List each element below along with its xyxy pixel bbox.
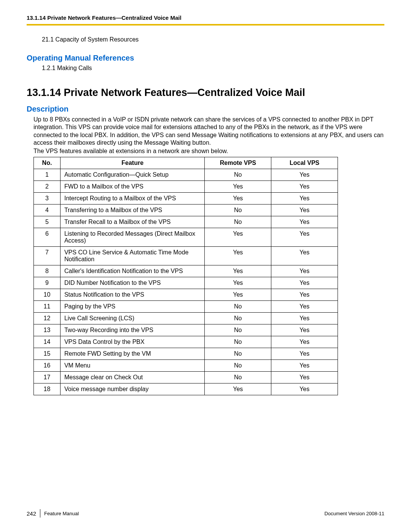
cell-local: Yes [271, 312, 338, 324]
cell-feature: Intercept Routing to a Mailbox of the VP… [60, 192, 204, 204]
vps-features-table: No. Feature Remote VPS Local VPS 1Automa… [33, 157, 338, 395]
cell-feature: Caller's Identification Notification to … [60, 265, 204, 277]
cell-local: Yes [271, 277, 338, 289]
table-row: 8Caller's Identification Notification to… [34, 265, 338, 277]
table-row: 3Intercept Routing to a Mailbox of the V… [34, 192, 338, 204]
cell-feature: VPS Data Control by the PBX [60, 336, 204, 348]
table-row: 6Listening to Recorded Messages (Direct … [34, 228, 338, 246]
cell-remote: No [205, 359, 271, 371]
cell-no: 13 [34, 324, 61, 336]
cell-feature: Voice message number display [60, 383, 204, 395]
description-paragraph: Up to 8 PBXs connected in a VoIP or ISDN… [33, 116, 384, 147]
cell-no: 12 [34, 312, 61, 324]
table-row: 5Transfer Recall to a Mailbox of the VPS… [34, 216, 338, 228]
section-subheading-description: Description [27, 105, 384, 113]
cell-remote: No [205, 371, 271, 383]
cell-feature: VM Menu [60, 359, 204, 371]
cell-no: 3 [34, 192, 61, 204]
reference-item: 21.1 Capacity of System Resources [42, 36, 384, 43]
cell-local: Yes [271, 348, 338, 359]
cell-feature: Automatic Configuration—Quick Setup [60, 169, 204, 181]
cell-local: Yes [271, 336, 338, 348]
cell-feature: Two-way Recording into the VPS [60, 324, 204, 336]
cell-local: Yes [271, 371, 338, 383]
document-version: Document Version 2008-11 [324, 511, 384, 516]
table-row: 4Transferring to a Mailbox of the VPSNoY… [34, 204, 338, 216]
cell-no: 8 [34, 265, 61, 277]
cell-remote: No [205, 336, 271, 348]
table-lead-text: The VPS features available at extensions… [33, 148, 384, 155]
cell-local: Yes [271, 246, 338, 265]
cell-remote: Yes [205, 277, 271, 289]
footer-divider [40, 509, 40, 518]
table-row: 1Automatic Configuration—Quick SetupNoYe… [34, 169, 338, 181]
cell-local: Yes [271, 216, 338, 228]
cell-remote: Yes [205, 383, 271, 395]
cell-local: Yes [271, 289, 338, 300]
reference-item: 1.2.1 Making Calls [42, 65, 384, 72]
table-row: 16VM MenuNoYes [34, 359, 338, 371]
cell-local: Yes [271, 265, 338, 277]
col-header-remote: Remote VPS [205, 157, 271, 169]
cell-feature: Message clear on Check Out [60, 371, 204, 383]
cell-local: Yes [271, 204, 338, 216]
cell-feature: Transferring to a Mailbox of the VPS [60, 204, 204, 216]
cell-remote: Yes [205, 228, 271, 246]
cell-remote: Yes [205, 246, 271, 265]
cell-no: 11 [34, 300, 61, 312]
table-row: 9DID Number Notification to the VPSYesYe… [34, 277, 338, 289]
table-row: 14VPS Data Control by the PBXNoYes [34, 336, 338, 348]
cell-feature: VPS CO Line Service & Automatic Time Mod… [60, 246, 204, 265]
cell-no: 17 [34, 371, 61, 383]
cell-feature: FWD to a Mailbox of the VPS [60, 181, 204, 192]
page-number: 242 [27, 510, 36, 517]
table-row: 15Remote FWD Setting by the VMNoYes [34, 348, 338, 359]
cell-no: 15 [34, 348, 61, 359]
cell-local: Yes [271, 300, 338, 312]
cell-no: 18 [34, 383, 61, 395]
table-row: 2FWD to a Mailbox of the VPSYesYes [34, 181, 338, 192]
cell-feature: Listening to Recorded Messages (Direct M… [60, 228, 204, 246]
cell-local: Yes [271, 324, 338, 336]
section-subheading-operating-manual: Operating Manual References [27, 54, 384, 62]
cell-no: 4 [34, 204, 61, 216]
cell-no: 6 [34, 228, 61, 246]
cell-local: Yes [271, 228, 338, 246]
table-row: 13Two-way Recording into the VPSNoYes [34, 324, 338, 336]
table-row: 10Status Notification to the VPSYesYes [34, 289, 338, 300]
cell-remote: No [205, 300, 271, 312]
cell-feature: Remote FWD Setting by the VM [60, 348, 204, 359]
cell-no: 16 [34, 359, 61, 371]
cell-no: 2 [34, 181, 61, 192]
table-row: 7VPS CO Line Service & Automatic Time Mo… [34, 246, 338, 265]
cell-feature: Status Notification to the VPS [60, 289, 204, 300]
cell-remote: Yes [205, 265, 271, 277]
cell-remote: Yes [205, 289, 271, 300]
table-header-row: No. Feature Remote VPS Local VPS [34, 157, 338, 169]
manual-name: Feature Manual [44, 511, 79, 516]
page-footer: 242 Feature Manual Document Version 2008… [27, 509, 384, 518]
cell-remote: No [205, 169, 271, 181]
cell-remote: No [205, 324, 271, 336]
table-row: 12Live Call Screening (LCS)NoYes [34, 312, 338, 324]
cell-local: Yes [271, 192, 338, 204]
table-row: 17Message clear on Check OutNoYes [34, 371, 338, 383]
cell-feature: Paging by the VPS [60, 300, 204, 312]
cell-no: 14 [34, 336, 61, 348]
cell-feature: Live Call Screening (LCS) [60, 312, 204, 324]
running-header: 13.1.14 Private Network Features—Central… [27, 14, 384, 21]
cell-no: 9 [34, 277, 61, 289]
table-row: 11Paging by the VPSNoYes [34, 300, 338, 312]
cell-local: Yes [271, 181, 338, 192]
cell-remote: Yes [205, 192, 271, 204]
col-header-local: Local VPS [271, 157, 338, 169]
cell-no: 5 [34, 216, 61, 228]
cell-no: 1 [34, 169, 61, 181]
cell-remote: No [205, 216, 271, 228]
cell-remote: Yes [205, 181, 271, 192]
section-heading: 13.1.14 Private Network Features—Central… [27, 87, 384, 99]
cell-remote: No [205, 204, 271, 216]
cell-remote: No [205, 348, 271, 359]
cell-local: Yes [271, 169, 338, 181]
cell-local: Yes [271, 383, 338, 395]
